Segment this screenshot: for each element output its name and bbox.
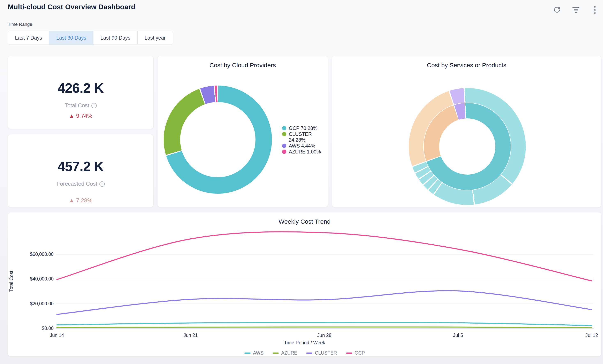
forecasted-cost-value: 457.2 K [8,159,153,174]
trend-legend-item-azure[interactable]: AZURE [273,350,297,356]
time-range-label: Time Range [8,22,32,27]
time-range-last-year[interactable]: Last year [138,31,173,44]
trend-plot-area[interactable] [8,212,602,357]
legend-dot [282,144,286,148]
sunburst-chart-title: Cost by Services or Products [332,62,601,69]
total-cost-label: Total Cost i [8,102,153,109]
time-range-last-90-days[interactable]: Last 90 Days [93,31,138,44]
donut-chart-title: Cost by Cloud Providers [158,62,328,69]
triangle-up-icon: ▲ [69,197,75,204]
trend-legend-item-cluster[interactable]: CLUSTER [306,350,337,356]
donut-hole [180,102,255,177]
x-tick-label: Jun 21 [174,333,207,338]
x-axis-title: Time Period / Week [8,340,601,345]
y-axis-title: Total Cost [9,255,14,308]
time-range-group: Last 7 Days Last 30 Days Last 90 Days La… [8,31,173,45]
legend-dot [282,150,286,154]
filter-icon[interactable] [571,5,580,14]
sunburst-hole [439,118,495,175]
legend-item-aws[interactable]: AWS 4.44% [282,143,324,149]
cost-by-cloud-providers-card: Cost by Cloud Providers GCP 70.28%CLUSTE… [157,56,328,207]
trend-legend-item-aws[interactable]: AWS [244,350,264,356]
legend-dash [244,353,251,354]
y-tick-label: $20,000.00 [8,301,54,307]
info-icon[interactable]: i [99,181,105,187]
forecasted-cost-delta: ▲ 7.28% [8,197,153,204]
y-tick-label: $0.00 [8,326,54,331]
legend-item-azure[interactable]: AZURE 1.00% [282,149,324,155]
legend-dash [346,353,352,354]
legend-item-gcp[interactable]: GCP 70.28% [282,125,324,131]
x-tick-label: Jul 5 [441,333,475,338]
total-cost-kpi-card: 426.2 K Total Cost i ▲ 9.74% [8,56,153,129]
trend-line-azure[interactable] [57,327,592,328]
refresh-icon[interactable] [553,5,561,14]
weekly-cost-trend-card: Weekly Cost Trend $0.00$20,000.00$40,000… [8,212,601,356]
legend-dot [282,132,286,136]
trend-legend-item-gcp[interactable]: GCP [346,350,365,356]
total-cost-value: 426.2 K [8,80,153,96]
y-tick-label: $40,000.00 [8,276,54,282]
time-range-last-7-days[interactable]: Last 7 Days [8,31,49,44]
legend-dot [282,126,286,130]
header-toolbar [553,5,599,14]
y-tick-label: $60,000.00 [8,252,54,257]
legend-dash [273,353,279,354]
forecasted-cost-label: Forecasted Cost i [8,181,153,187]
info-icon[interactable]: i [91,103,97,108]
legend-item-cluster[interactable]: CLUSTER 24.28% [282,131,324,143]
forecasted-cost-kpi-card: 457.2 K Forecasted Cost i ▲ 7.28% [8,134,153,207]
legend-dash [306,353,312,354]
trend-line-gcp[interactable] [57,232,592,281]
donut-legend: GCP 70.28%CLUSTER 24.28%AWS 4.44%AZURE 1… [282,125,324,155]
x-tick-label: Jun 28 [308,333,341,338]
x-tick-label: Jun 14 [40,333,73,338]
trend-line-aws[interactable] [57,322,592,325]
kebab-menu-icon[interactable] [590,5,599,14]
cost-by-services-card: Cost by Services or Products [332,56,601,207]
trend-legend: AWSAZURECLUSTERGCP [8,350,601,356]
triangle-up-icon: ▲ [69,113,75,119]
total-cost-delta: ▲ 9.74% [8,113,153,119]
x-tick-label: Jul 12 [575,333,603,338]
time-range-last-30-days[interactable]: Last 30 Days [49,31,93,44]
trend-line-cluster[interactable] [57,291,592,314]
page-title: Multi-cloud Cost Overview Dashboard [8,3,135,11]
